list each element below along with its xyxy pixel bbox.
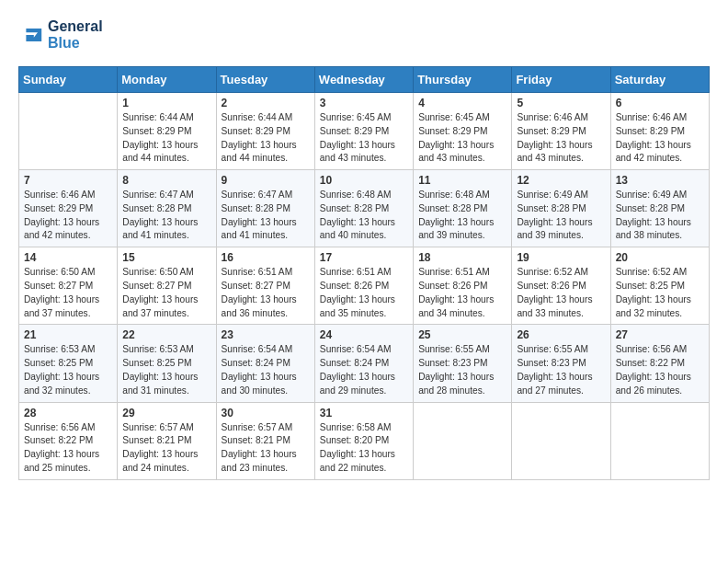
day-info: Sunrise: 6:54 AMSunset: 8:24 PMDaylight:… bbox=[222, 343, 310, 397]
calendar-week-row: 7Sunrise: 6:46 AMSunset: 8:29 PMDaylight… bbox=[19, 170, 710, 247]
day-number: 29 bbox=[122, 407, 210, 419]
calendar-week-row: 1Sunrise: 6:44 AMSunset: 8:29 PMDaylight… bbox=[19, 93, 710, 170]
day-number: 8 bbox=[122, 174, 210, 187]
day-number: 31 bbox=[320, 407, 408, 419]
day-info: Sunrise: 6:57 AMSunset: 8:21 PMDaylight:… bbox=[122, 421, 210, 476]
day-number: 24 bbox=[320, 328, 408, 341]
calendar-week-row: 14Sunrise: 6:50 AMSunset: 8:27 PMDayligh… bbox=[19, 247, 710, 325]
day-info: Sunrise: 6:55 AMSunset: 8:23 PMDaylight:… bbox=[517, 343, 605, 397]
calendar-cell: 30Sunrise: 6:57 AMSunset: 8:21 PMDayligh… bbox=[216, 402, 314, 479]
calendar-cell: 16Sunrise: 6:51 AMSunset: 8:27 PMDayligh… bbox=[216, 247, 314, 325]
day-number: 30 bbox=[222, 407, 310, 419]
calendar-cell: 13Sunrise: 6:49 AMSunset: 8:28 PMDayligh… bbox=[610, 170, 709, 247]
logo-text: General Blue bbox=[48, 18, 103, 52]
calendar-cell: 11Sunrise: 6:48 AMSunset: 8:28 PMDayligh… bbox=[414, 170, 512, 247]
calendar-cell: 21Sunrise: 6:53 AMSunset: 8:25 PMDayligh… bbox=[19, 325, 118, 402]
weekday-header: Tuesday bbox=[216, 67, 314, 93]
day-number: 10 bbox=[320, 174, 408, 187]
svg-marker-0 bbox=[26, 29, 41, 41]
weekday-header: Thursday bbox=[414, 67, 512, 93]
day-info: Sunrise: 6:49 AMSunset: 8:28 PMDaylight:… bbox=[517, 189, 605, 243]
calendar-cell: 27Sunrise: 6:56 AMSunset: 8:22 PMDayligh… bbox=[610, 325, 709, 402]
calendar-cell: 23Sunrise: 6:54 AMSunset: 8:24 PMDayligh… bbox=[216, 325, 314, 402]
calendar-cell bbox=[512, 402, 610, 479]
day-info: Sunrise: 6:45 AMSunset: 8:29 PMDaylight:… bbox=[320, 111, 408, 166]
calendar-week-row: 21Sunrise: 6:53 AMSunset: 8:25 PMDayligh… bbox=[19, 325, 710, 402]
calendar-cell: 26Sunrise: 6:55 AMSunset: 8:23 PMDayligh… bbox=[512, 325, 610, 402]
weekday-header: Monday bbox=[118, 67, 216, 93]
calendar-cell: 31Sunrise: 6:58 AMSunset: 8:20 PMDayligh… bbox=[314, 402, 413, 479]
day-info: Sunrise: 6:51 AMSunset: 8:26 PMDaylight:… bbox=[418, 266, 506, 320]
day-info: Sunrise: 6:47 AMSunset: 8:28 PMDaylight:… bbox=[122, 189, 210, 243]
calendar-cell: 15Sunrise: 6:50 AMSunset: 8:27 PMDayligh… bbox=[118, 247, 216, 325]
calendar-cell: 17Sunrise: 6:51 AMSunset: 8:26 PMDayligh… bbox=[314, 247, 413, 325]
day-info: Sunrise: 6:54 AMSunset: 8:24 PMDaylight:… bbox=[320, 343, 408, 397]
day-number: 2 bbox=[222, 97, 310, 109]
day-info: Sunrise: 6:49 AMSunset: 8:28 PMDaylight:… bbox=[616, 189, 704, 243]
day-info: Sunrise: 6:44 AMSunset: 8:29 PMDaylight:… bbox=[222, 111, 310, 166]
calendar-cell: 5Sunrise: 6:46 AMSunset: 8:29 PMDaylight… bbox=[512, 93, 610, 170]
calendar-cell: 28Sunrise: 6:56 AMSunset: 8:22 PMDayligh… bbox=[19, 402, 118, 479]
day-info: Sunrise: 6:50 AMSunset: 8:27 PMDaylight:… bbox=[24, 266, 112, 320]
day-number: 5 bbox=[517, 97, 605, 109]
day-info: Sunrise: 6:53 AMSunset: 8:25 PMDaylight:… bbox=[24, 343, 112, 397]
day-number: 14 bbox=[24, 251, 112, 264]
page-header: General Blue bbox=[18, 18, 710, 52]
calendar-cell: 25Sunrise: 6:55 AMSunset: 8:23 PMDayligh… bbox=[414, 325, 512, 402]
calendar-cell: 24Sunrise: 6:54 AMSunset: 8:24 PMDayligh… bbox=[314, 325, 413, 402]
day-info: Sunrise: 6:58 AMSunset: 8:20 PMDaylight:… bbox=[320, 421, 408, 476]
day-info: Sunrise: 6:50 AMSunset: 8:27 PMDaylight:… bbox=[122, 266, 210, 320]
calendar-cell: 22Sunrise: 6:53 AMSunset: 8:25 PMDayligh… bbox=[118, 325, 216, 402]
day-info: Sunrise: 6:44 AMSunset: 8:29 PMDaylight:… bbox=[122, 111, 210, 166]
day-number: 27 bbox=[616, 328, 704, 341]
day-info: Sunrise: 6:45 AMSunset: 8:29 PMDaylight:… bbox=[418, 111, 506, 166]
day-number: 12 bbox=[517, 174, 605, 187]
day-number: 23 bbox=[222, 328, 310, 341]
calendar-cell bbox=[610, 402, 709, 479]
day-number: 28 bbox=[24, 407, 112, 419]
day-info: Sunrise: 6:53 AMSunset: 8:25 PMDaylight:… bbox=[122, 343, 210, 397]
day-number: 19 bbox=[517, 251, 605, 264]
day-info: Sunrise: 6:48 AMSunset: 8:28 PMDaylight:… bbox=[418, 189, 506, 243]
calendar-cell: 19Sunrise: 6:52 AMSunset: 8:26 PMDayligh… bbox=[512, 247, 610, 325]
calendar-cell: 3Sunrise: 6:45 AMSunset: 8:29 PMDaylight… bbox=[314, 93, 413, 170]
day-number: 13 bbox=[616, 174, 704, 187]
day-number: 18 bbox=[418, 251, 506, 264]
calendar-cell: 8Sunrise: 6:47 AMSunset: 8:28 PMDaylight… bbox=[118, 170, 216, 247]
day-number: 17 bbox=[320, 251, 408, 264]
day-number: 9 bbox=[222, 174, 310, 187]
calendar-cell: 9Sunrise: 6:47 AMSunset: 8:28 PMDaylight… bbox=[216, 170, 314, 247]
day-info: Sunrise: 6:48 AMSunset: 8:28 PMDaylight:… bbox=[320, 189, 408, 243]
day-number: 3 bbox=[320, 97, 408, 109]
day-number: 20 bbox=[616, 251, 704, 264]
calendar-cell bbox=[414, 402, 512, 479]
weekday-header: Sunday bbox=[19, 67, 118, 93]
calendar-cell: 29Sunrise: 6:57 AMSunset: 8:21 PMDayligh… bbox=[118, 402, 216, 479]
calendar-cell bbox=[19, 93, 118, 170]
weekday-header: Friday bbox=[512, 67, 610, 93]
day-info: Sunrise: 6:51 AMSunset: 8:26 PMDaylight:… bbox=[320, 266, 408, 320]
day-info: Sunrise: 6:57 AMSunset: 8:21 PMDaylight:… bbox=[222, 421, 310, 476]
calendar-cell: 18Sunrise: 6:51 AMSunset: 8:26 PMDayligh… bbox=[414, 247, 512, 325]
calendar-week-row: 28Sunrise: 6:56 AMSunset: 8:22 PMDayligh… bbox=[19, 402, 710, 479]
calendar-header-row: SundayMondayTuesdayWednesdayThursdayFrid… bbox=[19, 67, 710, 93]
logo-icon bbox=[18, 26, 44, 44]
day-number: 7 bbox=[24, 174, 112, 187]
calendar-cell: 7Sunrise: 6:46 AMSunset: 8:29 PMDaylight… bbox=[19, 170, 118, 247]
calendar-cell: 20Sunrise: 6:52 AMSunset: 8:25 PMDayligh… bbox=[610, 247, 709, 325]
weekday-header: Wednesday bbox=[314, 67, 413, 93]
day-number: 11 bbox=[418, 174, 506, 187]
day-info: Sunrise: 6:46 AMSunset: 8:29 PMDaylight:… bbox=[517, 111, 605, 166]
calendar-cell: 14Sunrise: 6:50 AMSunset: 8:27 PMDayligh… bbox=[19, 247, 118, 325]
day-info: Sunrise: 6:51 AMSunset: 8:27 PMDaylight:… bbox=[222, 266, 310, 320]
calendar-cell: 10Sunrise: 6:48 AMSunset: 8:28 PMDayligh… bbox=[314, 170, 413, 247]
day-info: Sunrise: 6:46 AMSunset: 8:29 PMDaylight:… bbox=[616, 111, 704, 166]
calendar-cell: 1Sunrise: 6:44 AMSunset: 8:29 PMDaylight… bbox=[118, 93, 216, 170]
calendar-cell: 6Sunrise: 6:46 AMSunset: 8:29 PMDaylight… bbox=[610, 93, 709, 170]
calendar-cell: 4Sunrise: 6:45 AMSunset: 8:29 PMDaylight… bbox=[414, 93, 512, 170]
day-info: Sunrise: 6:55 AMSunset: 8:23 PMDaylight:… bbox=[418, 343, 506, 397]
day-number: 25 bbox=[418, 328, 506, 341]
calendar-cell: 12Sunrise: 6:49 AMSunset: 8:28 PMDayligh… bbox=[512, 170, 610, 247]
day-info: Sunrise: 6:46 AMSunset: 8:29 PMDaylight:… bbox=[24, 189, 112, 243]
day-number: 4 bbox=[418, 97, 506, 109]
